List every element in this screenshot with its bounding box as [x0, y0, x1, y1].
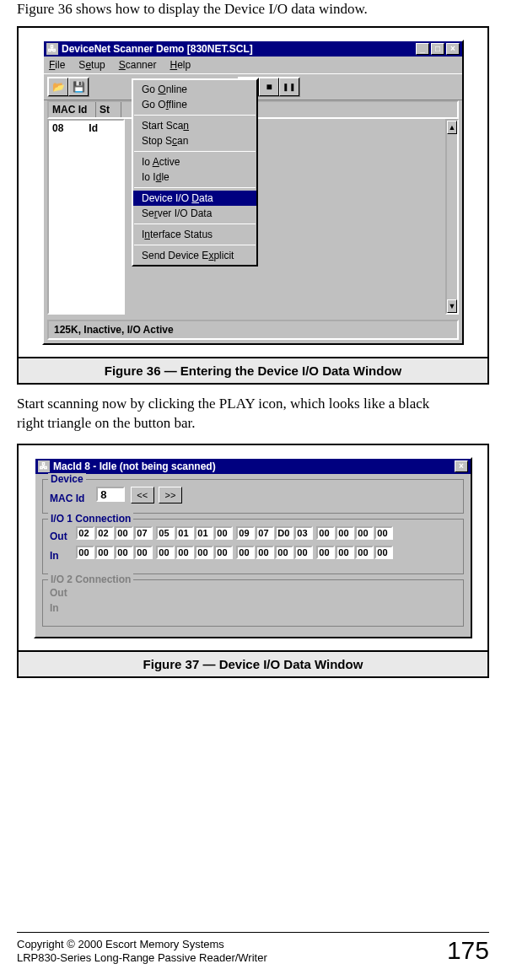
macid-field[interactable]: 8	[96, 487, 125, 502]
in-byte[interactable]: 00	[156, 546, 175, 559]
vertical-scrollbar[interactable]: ▲ ▼	[445, 119, 459, 315]
in-byte[interactable]: 00	[336, 546, 354, 559]
menu-send-device-explicit[interactable]: Send Device Explicit	[133, 248, 256, 263]
in-label-disabled: In	[50, 602, 73, 614]
out-row: Out 02020007050101000907D00300000000	[50, 526, 456, 542]
in-byte[interactable]: 00	[195, 546, 213, 559]
out-byte[interactable]: 00	[115, 526, 133, 540]
figure-36-frame: 🖧 DeviceNet Scanner Demo [830NET.SCL] _ …	[17, 26, 489, 358]
scanner-menu-dropdown: Go Online Go Offline Start Scan Stop Sca…	[132, 78, 258, 267]
close-button[interactable]: ×	[446, 43, 460, 55]
product-text: LRP830-Series Long-Range Passive Reader/…	[17, 951, 267, 965]
in-byte[interactable]: 00	[275, 546, 293, 559]
in-byte[interactable]: 00	[115, 546, 133, 559]
out-group: 0907D003	[236, 526, 314, 542]
in-byte[interactable]: 00	[294, 546, 313, 559]
menu-device-io-data[interactable]: Device I/O Data	[133, 191, 256, 206]
out-byte[interactable]: 03	[294, 526, 313, 540]
page-number: 175	[447, 936, 489, 965]
in-group: 00000000	[236, 546, 314, 562]
out-byte[interactable]: 01	[175, 526, 194, 540]
menu-interface-status[interactable]: Interface Status	[133, 227, 256, 242]
io1-fieldset: I/O 1 Connection Out 0202000705010100090…	[42, 519, 464, 574]
in-byte[interactable]: 00	[175, 546, 194, 559]
maximize-button[interactable]: □	[431, 43, 444, 55]
scroll-down-icon[interactable]: ▼	[447, 299, 457, 313]
menu-start-scan[interactable]: Start Scan	[133, 118, 256, 133]
menu-io-active[interactable]: Io Active	[133, 154, 256, 170]
page-footer: Copyright © 2000 Escort Memory Systems L…	[17, 932, 489, 965]
col-macid: MAC Id	[49, 102, 96, 117]
menu-file[interactable]: File	[47, 58, 67, 72]
in-group: 00000000	[76, 546, 153, 562]
figure-37-frame: 🖧 MacId 8 - Idle (not being scanned) × D…	[17, 444, 489, 652]
out-group: 00000000	[316, 526, 394, 542]
title-text: DeviceNet Scanner Demo [830NET.SCL]	[62, 43, 414, 55]
out-byte[interactable]: D0	[275, 526, 293, 540]
menubar: File Setup Scanner Help	[44, 57, 462, 73]
in-byte[interactable]: 00	[374, 546, 393, 559]
menu-io-idle[interactable]: Io Idle	[133, 170, 256, 185]
out-byte[interactable]: 00	[374, 526, 393, 540]
in-byte[interactable]: 00	[214, 546, 233, 559]
io2-fieldset: I/O 2 Connection Out In	[42, 579, 464, 627]
in-byte[interactable]: 00	[236, 546, 255, 559]
in-group: 00000000	[316, 546, 394, 562]
devicenet-scanner-window: 🖧 DeviceNet Scanner Demo [830NET.SCL] _ …	[42, 40, 464, 345]
out-byte[interactable]: 07	[256, 526, 274, 540]
macid-label: MAC Id	[50, 493, 94, 504]
minimize-button[interactable]: _	[416, 43, 429, 55]
copyright-text: Copyright © 2000 Escort Memory Systems	[17, 938, 267, 951]
open-icon[interactable]: 📂	[48, 78, 68, 96]
figure-36-caption: Figure 36 — Entering the Device I/O Data…	[17, 358, 489, 385]
out-byte[interactable]: 01	[195, 526, 213, 540]
mid-text-2: right triangle on the button bar.	[17, 414, 489, 433]
app-icon: 🖧	[38, 460, 50, 472]
in-byte[interactable]: 00	[316, 546, 335, 559]
out-byte[interactable]: 09	[236, 526, 255, 540]
in-byte[interactable]: 00	[76, 546, 94, 559]
in-byte[interactable]: 00	[355, 546, 374, 559]
pause-icon[interactable]: ❚❚	[279, 78, 299, 96]
out-group: 05010100	[156, 526, 234, 542]
prev-button[interactable]: <<	[131, 487, 154, 503]
intro-text: Figure 36 shows how to display the Devic…	[17, 0, 489, 19]
menu-scanner[interactable]: Scanner	[117, 58, 159, 72]
device-legend: Device	[48, 473, 86, 485]
titlebar[interactable]: 🖧 DeviceNet Scanner Demo [830NET.SCL] _ …	[44, 41, 462, 57]
menu-server-io-data[interactable]: Server I/O Data	[133, 206, 256, 221]
menu-setup[interactable]: Setup	[77, 58, 106, 72]
list-item[interactable]: 08 Id	[49, 121, 123, 136]
out-byte[interactable]: 02	[95, 526, 114, 540]
titlebar[interactable]: 🖧 MacId 8 - Idle (not being scanned) ×	[35, 459, 471, 474]
out-byte[interactable]: 07	[134, 526, 153, 540]
device-list[interactable]: 08 Id	[47, 119, 125, 315]
figure-37-caption: Figure 37 — Device I/O Data Window	[17, 652, 489, 678]
menu-go-online[interactable]: Go Online	[133, 82, 256, 97]
save-icon[interactable]: 💾	[68, 78, 89, 96]
io2-legend: I/O 2 Connection	[48, 573, 133, 585]
in-group: 00000000	[156, 546, 234, 562]
out-byte[interactable]: 00	[316, 526, 335, 540]
out-label-disabled: Out	[50, 587, 73, 599]
out-byte[interactable]: 02	[76, 526, 94, 540]
menu-go-offline[interactable]: Go Offline	[133, 97, 256, 112]
out-byte[interactable]: 00	[336, 526, 354, 540]
in-byte[interactable]: 00	[256, 546, 274, 559]
col-st: St	[96, 102, 121, 117]
menu-stop-scan[interactable]: Stop Scan	[133, 133, 256, 148]
menu-help[interactable]: Help	[168, 58, 192, 72]
in-byte[interactable]: 00	[95, 546, 114, 559]
scroll-up-icon[interactable]: ▲	[447, 121, 457, 134]
out-byte[interactable]: 05	[156, 526, 175, 540]
title-text: MacId 8 - Idle (not being scanned)	[53, 460, 453, 472]
in-byte[interactable]: 00	[134, 546, 153, 559]
out-byte[interactable]: 00	[214, 526, 233, 540]
out-byte[interactable]: 00	[355, 526, 374, 540]
mid-text-1: Start scanning now by clicking the PLAY …	[17, 395, 489, 414]
out-label: Out	[50, 530, 73, 542]
next-button[interactable]: >>	[159, 487, 182, 503]
in-label: In	[50, 550, 73, 562]
stop-icon[interactable]: ■	[259, 78, 279, 96]
close-button[interactable]: ×	[455, 460, 468, 472]
